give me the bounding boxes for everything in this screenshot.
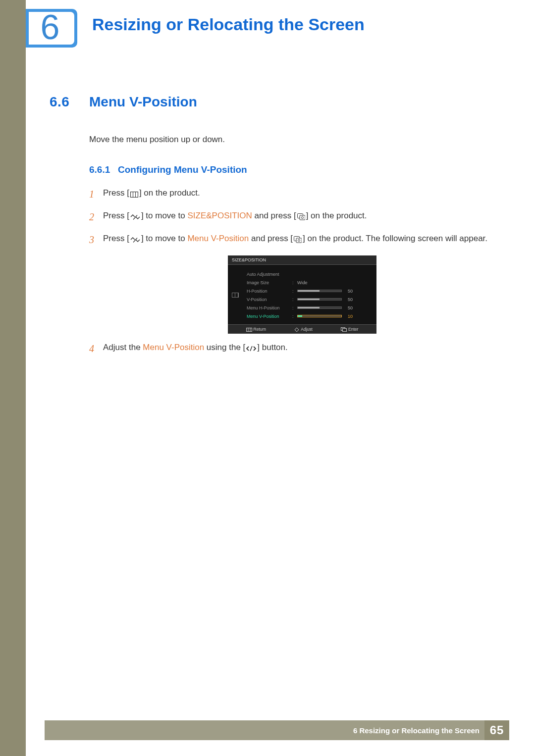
text-fragment: ] on the product. — [139, 188, 200, 198]
text-fragment: Press [ — [103, 188, 129, 198]
osd-row-value: 50 — [342, 297, 354, 302]
text-fragment: ] to move to — [141, 211, 188, 220]
osd-adjust-hint: Adjust — [294, 327, 313, 332]
step-2: 2 Press [] to move to SIZE&POSITION and … — [89, 209, 495, 225]
osd-return-hint: Return — [246, 327, 267, 332]
menu-icon — [129, 187, 139, 200]
osd-title: SIZE&POSITION — [228, 255, 376, 265]
text-fragment: Press [ — [103, 234, 129, 243]
osd-footer: Return Adjust Enter — [228, 324, 376, 334]
left-right-icon — [245, 341, 257, 354]
osd-slider — [297, 290, 342, 292]
osd-slider-fill — [298, 299, 320, 300]
osd-colon: : — [292, 289, 297, 294]
subsection-number: 6.6.1 — [89, 164, 118, 175]
section-intro: Move the menu position up or down. — [89, 135, 495, 145]
osd-colon: : — [292, 305, 297, 310]
osd-colon: : — [292, 297, 297, 302]
step-4: 4 Adjust the Menu V-Position using the [… — [89, 341, 495, 356]
osd-row: Menu V-Position:10 — [232, 312, 373, 320]
osd-row-label: V-Position — [247, 297, 292, 302]
osd-body: Auto AdjustmentImage Size:WideH-Position… — [228, 265, 376, 324]
osd-bar-wrap: 50 — [297, 297, 373, 302]
up-down-icon — [129, 232, 141, 246]
osd-row-label: Menu V-Position — [247, 314, 292, 319]
text-fragment: Adjust the — [103, 343, 143, 352]
text-fragment: using the [ — [204, 343, 245, 352]
osd-row: Image Size:Wide — [232, 278, 373, 287]
step-text: Press [] on the product. — [103, 186, 495, 202]
step-text: Adjust the Menu V-Position using the [] … — [103, 341, 495, 356]
step-3: 3 Press [] to move to Menu V-Position an… — [89, 232, 495, 248]
osd-row: H-Position:50 — [232, 287, 373, 295]
osd-slider — [297, 306, 342, 309]
svg-rect-11 — [246, 328, 252, 332]
text-fragment: Return — [254, 327, 267, 332]
osd-row-label: Auto Adjustment — [247, 272, 292, 277]
osd-screenshot: SIZE&POSITION Auto AdjustmentImage Size:… — [228, 255, 376, 334]
step-text: Press [] to move to SIZE&POSITION and pr… — [103, 209, 495, 225]
osd-bar-wrap: 10 — [297, 314, 373, 319]
osd-row-label: Menu H-Position — [247, 305, 292, 310]
text-fragment: ] on the product. The following screen w… — [303, 234, 487, 243]
chapter-title: Resizing or Relocating the Screen — [92, 15, 365, 34]
svg-rect-15 — [343, 329, 347, 332]
step-1: 1 Press [] on the product. — [89, 186, 495, 202]
text-fragment: and press [ — [249, 234, 293, 243]
osd-row: Menu H-Position:50 — [232, 303, 373, 312]
highlight-text: Menu V-Position — [187, 234, 249, 243]
page-content: 6.6 Menu V-Position Move the menu positi… — [50, 94, 495, 363]
osd-bar-wrap: 50 — [297, 289, 373, 294]
osd-row: V-Position:50 — [232, 295, 373, 303]
section-number: 6.6 — [50, 94, 89, 110]
osd-row-value: 50 — [342, 305, 354, 310]
osd-enter-hint: Enter — [341, 327, 358, 332]
left-color-strip — [0, 0, 26, 756]
step-number: 4 — [89, 341, 103, 356]
highlight-text: Menu V-Position — [143, 343, 204, 352]
svg-rect-0 — [130, 192, 138, 197]
svg-rect-5 — [300, 215, 305, 220]
text-fragment: Enter — [348, 327, 358, 332]
text-fragment: and press [ — [252, 211, 296, 220]
osd-bar-wrap: 50 — [297, 305, 373, 310]
subsection-title: Configuring Menu V-Position — [118, 164, 247, 175]
step-text: Press [] to move to Menu V-Position and … — [103, 232, 495, 248]
text-fragment: Adjust — [301, 327, 313, 332]
osd-slider-fill — [298, 315, 302, 317]
enter-icon — [293, 232, 303, 246]
svg-rect-9 — [296, 238, 302, 243]
section-title: Menu V-Position — [89, 94, 197, 110]
text-fragment: ] to move to — [141, 234, 188, 243]
step-number: 2 — [89, 209, 103, 225]
chapter-tab: 6 — [29, 12, 74, 45]
text-fragment: ] button. — [257, 343, 287, 352]
osd-slider — [297, 298, 342, 301]
page-number: 65 — [490, 723, 504, 737]
enter-icon — [296, 209, 306, 223]
footer-page-box: 65 — [484, 720, 509, 740]
osd-row-value: Wide — [297, 280, 373, 285]
footer-chapter-ref: 6 Resizing or Relocating the Screen — [353, 726, 480, 735]
chapter-number: 6 — [41, 10, 60, 45]
osd-row: Auto Adjustment — [232, 270, 373, 278]
text-fragment: Press [ — [103, 211, 129, 220]
osd-colon: : — [292, 314, 297, 319]
text-fragment: ] on the product. — [306, 211, 367, 220]
osd-colon: : — [292, 280, 297, 285]
osd-row-value: 10 — [342, 314, 354, 319]
osd-slider-fill — [298, 307, 320, 308]
up-down-icon — [129, 209, 141, 223]
osd-row-label: H-Position — [247, 289, 292, 294]
osd-row-label: Image Size — [247, 280, 292, 285]
step-number: 1 — [89, 186, 103, 202]
osd-slider-fill — [298, 290, 320, 292]
osd-slider — [297, 315, 342, 317]
highlight-text: SIZE&POSITION — [187, 211, 252, 220]
osd-row-value: 50 — [342, 289, 354, 294]
step-number: 3 — [89, 232, 103, 248]
osd-category-icon — [232, 293, 239, 298]
svg-line-16 — [250, 346, 252, 351]
page-footer: 6 Resizing or Relocating the Screen 65 — [45, 720, 509, 740]
